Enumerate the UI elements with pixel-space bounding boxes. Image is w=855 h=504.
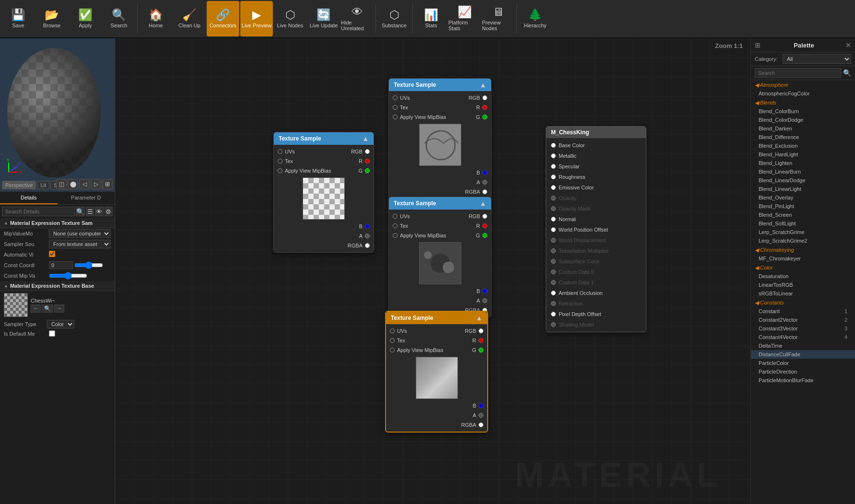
liveupdate-icon: 🔄: [316, 9, 331, 21]
node-tex3[interactable]: Texture Sample ▲ UVsRGB TexR Apply View …: [388, 197, 492, 317]
tb-platformstats[interactable]: 📈 Platform Stats: [448, 1, 481, 36]
palette-item-linearlight[interactable]: Blend_LinearLight: [751, 185, 855, 193]
palette-group-atmosphere[interactable]: ◀ Atmosphere AtmosphericFogColor: [751, 80, 855, 98]
palette-group-color[interactable]: ◀ Color Desaturation LinearTosRGB sRGBTo…: [751, 263, 855, 298]
palette-item-constant3[interactable]: Constant3Vector3: [751, 324, 855, 333]
node-tex1[interactable]: Texture Sample ▲ UVs RGB Tex R Apply Vie…: [273, 132, 374, 253]
out-ambocclusion: Ambient Occlusion: [546, 288, 646, 298]
tb-home[interactable]: 🏠 Home: [140, 1, 172, 36]
palette-search-icon: 🔍: [843, 69, 851, 77]
view-btn-4[interactable]: ▷: [91, 179, 101, 189]
tb-apply[interactable]: ✅ Apply: [69, 1, 102, 36]
palette-item-srgbtolinear[interactable]: sRGBToLinear: [751, 289, 855, 298]
palette-close-btn[interactable]: ✕: [845, 41, 851, 49]
tex-next-btn[interactable]: →: [54, 305, 64, 313]
palette-item-distancecullfade[interactable]: DistanceCullFade: [751, 350, 855, 359]
palette-item-colorburn[interactable]: Blend_ColorBurn: [751, 107, 855, 116]
tb-hideunrelated[interactable]: 👁 Hide Unrelated: [341, 1, 374, 36]
section-tex-sample[interactable]: Material Expression Texture Sam: [0, 218, 115, 228]
tb-cleanup[interactable]: 🧹 Clean Up: [173, 1, 206, 36]
automaticvi-check[interactable]: [49, 251, 55, 257]
tb-livepreview[interactable]: ▶ Live Preview: [240, 1, 273, 36]
palette-item-lineartosrgb[interactable]: LinearTosRGB: [751, 281, 855, 289]
mipvalue-value: None (use computer: [49, 229, 111, 238]
view-btn-1[interactable]: ◫: [56, 179, 67, 189]
view-btn-3[interactable]: ◁: [79, 179, 90, 189]
palette-item-linearburn[interactable]: Blend_LinearBurn: [751, 167, 855, 176]
tb-substance[interactable]: ⬡ Substance: [378, 1, 410, 36]
tb-previewnodes[interactable]: 🖥 Preview Nodes: [482, 1, 515, 36]
palette-group-chroma[interactable]: ◀ Chromakeying MF_Chromakeyer: [751, 245, 855, 263]
palette-item-scratchgrime2[interactable]: Lerp_ScratchGrime2: [751, 236, 855, 245]
tex-info: ChessWi~ ← 🔍 →: [31, 298, 64, 313]
palette-group-constants[interactable]: ◀ Constants Constant1 Constant2Vector2 C…: [751, 298, 855, 385]
tb-connectors[interactable]: 🔗 Connectors: [207, 1, 239, 36]
palette-item-pinlight[interactable]: Blend_PinLight: [751, 202, 855, 211]
palette-item-overlay[interactable]: Blend_Overlay: [751, 193, 855, 202]
palette-item-difference[interactable]: Blend_Difference: [751, 133, 855, 141]
left-tabs: Details Parameter D: [0, 192, 115, 205]
palette-item-hardlight[interactable]: Blend_HardLight: [751, 150, 855, 159]
samplersou-select[interactable]: From texture asset: [49, 240, 111, 248]
palette-search-input[interactable]: [755, 68, 841, 78]
node-tex4[interactable]: Texture Sample ▲ UVsRGB TexR Apply View …: [385, 311, 488, 433]
details-eye-btn[interactable]: 👁: [95, 207, 103, 216]
palette-item-colordodge[interactable]: Blend_ColorDodge: [751, 116, 855, 124]
node-tex4-collapse[interactable]: ▲: [476, 314, 482, 322]
palette-item-constant2[interactable]: Constant2Vector2: [751, 316, 855, 324]
palette-item-atmosphericfogcolor[interactable]: AtmosphericFogColor: [751, 89, 855, 98]
palette-group-blends[interactable]: ◀ Blends Blend_ColorBurn Blend_ColorDodg…: [751, 98, 855, 245]
palette-item-particlemotionblur[interactable]: ParticleMotionBlurFade: [751, 376, 855, 385]
palette-item-constant[interactable]: Constant1: [751, 307, 855, 316]
view-btn-5[interactable]: ⊞: [102, 179, 113, 189]
palette-item-particlecolor[interactable]: ParticleColor: [751, 359, 855, 367]
constcoordi-slider[interactable]: [74, 261, 103, 269]
node-tex3-body: UVsRGB TexR Apply View MipBiasG B A RGBA: [389, 210, 491, 317]
palette-item-lineardodge[interactable]: Blend_LinearDodge: [751, 176, 855, 185]
palette-item-darken[interactable]: Blend_Darken: [751, 124, 855, 133]
tab-parameterD[interactable]: Parameter D: [58, 192, 115, 204]
lit-btn[interactable]: Lit: [37, 181, 49, 189]
node-mchessking[interactable]: M_ChessKing Base Color Metallic Specular…: [546, 126, 646, 332]
palette-item-lighten[interactable]: Blend_Lighten: [751, 159, 855, 167]
palette-item-deltatime[interactable]: DeltaTime: [751, 341, 855, 350]
constmipva-slider[interactable]: [49, 272, 87, 280]
tex-prev-btn[interactable]: ←: [31, 305, 41, 313]
details-search-input[interactable]: [2, 207, 75, 216]
sampler-type-select[interactable]: Color: [47, 320, 74, 328]
tab-details[interactable]: Details: [0, 192, 58, 204]
palette-item-scratchgrime1[interactable]: Lerp_ScratchGrime: [751, 228, 855, 236]
palette-item-softlight[interactable]: Blend_SoftLight: [751, 219, 855, 228]
palette-item-exclusion[interactable]: Blend_Exclusion: [751, 141, 855, 150]
details-search-btn[interactable]: 🔍: [76, 207, 85, 216]
palette-item-constant4[interactable]: Constant4Vector4: [751, 333, 855, 341]
node-tex1-collapse[interactable]: ▲: [362, 135, 369, 142]
section-tex-base[interactable]: Material Expression Texture Base: [0, 281, 115, 291]
tb-hierarchy[interactable]: 🌲 Hierarchy: [519, 1, 551, 36]
tb-browse[interactable]: 📂 Browse: [35, 1, 68, 36]
node-tex2-collapse[interactable]: ▲: [480, 81, 486, 89]
mipvalue-select[interactable]: None (use computer: [49, 229, 111, 238]
palette-item-particledirection[interactable]: ParticleDirection: [751, 367, 855, 376]
node-tex3-collapse[interactable]: ▲: [480, 199, 486, 207]
tb-livenodes[interactable]: ⬡ Live Nodes: [274, 1, 306, 36]
details-list-btn[interactable]: ☰: [86, 207, 94, 216]
palette-item-screen[interactable]: Blend_Screen: [751, 211, 855, 219]
tb-save[interactable]: 💾 Save: [2, 1, 35, 36]
is-default-check[interactable]: [49, 330, 55, 337]
palette-item-desaturation[interactable]: Desaturation: [751, 272, 855, 281]
node-tex1-a: A: [274, 231, 374, 241]
perspective-btn[interactable]: Perspective: [2, 181, 36, 189]
palette-cat-select[interactable]: All: [783, 54, 851, 64]
tb-liveupdate[interactable]: 🔄 Live Update: [307, 1, 340, 36]
canvas-area[interactable]: Zoom 1:1 MATERIAL Texture Sample ▲ UVs: [115, 38, 750, 504]
constcoordi-input[interactable]: [49, 261, 73, 269]
view-btn-2[interactable]: ⬤: [68, 179, 78, 189]
palette-item-chromakeyer[interactable]: MF_Chromakeyer: [751, 254, 855, 263]
tb-stats[interactable]: 📊 Stats: [415, 1, 447, 36]
details-gear-btn[interactable]: ⚙: [105, 207, 113, 216]
tex-find-btn[interactable]: 🔍: [42, 305, 53, 313]
node-tex2[interactable]: Texture Sample ▲ UVsRGB TexR Apply View …: [388, 78, 492, 199]
tb-search[interactable]: 🔍 Search: [103, 1, 135, 36]
node-tex3-title: Texture Sample: [394, 200, 436, 207]
